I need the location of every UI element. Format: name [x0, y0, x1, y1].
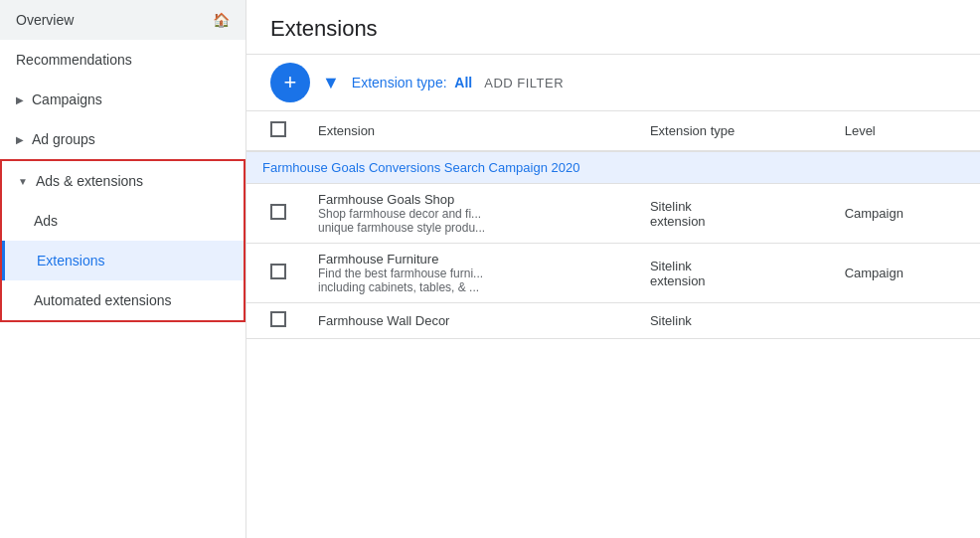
sidebar-item-recommendations[interactable]: Recommendations: [0, 40, 245, 80]
sidebar-item-adgroups[interactable]: ▶ Ad groups: [0, 119, 245, 159]
sidebar-item-ads-extensions[interactable]: ▼ Ads & extensions: [2, 161, 244, 201]
extension-type-cell: Sitelinkextension: [634, 184, 829, 244]
toolbar: + ▼ Extension type: All ADD FILTER: [246, 55, 980, 111]
select-all-checkbox[interactable]: [270, 121, 286, 137]
level-cell: Campaign: [829, 184, 980, 244]
campaign-group-label: Farmhouse Goals Conversions Search Campa…: [246, 151, 980, 184]
level-cell: [829, 303, 980, 339]
row-checkbox[interactable]: [270, 264, 286, 279]
extension-desc-1: Shop farmhouse decor and fi...: [318, 207, 618, 221]
campaign-group-row: Farmhouse Goals Conversions Search Campa…: [246, 151, 980, 184]
sidebar-item-label: Ad groups: [32, 131, 95, 147]
add-filter-button[interactable]: ADD FILTER: [484, 76, 564, 90]
table-header-row: Extension Extension type Level: [246, 111, 980, 151]
extension-type-cell: Sitelinkextension: [634, 244, 829, 303]
row-checkbox-cell: [246, 184, 302, 244]
sidebar-item-label: Automated extensions: [34, 292, 172, 308]
row-checkbox-cell: [246, 244, 302, 303]
extension-desc-2: including cabinets, tables, & ...: [318, 280, 618, 294]
add-button[interactable]: +: [270, 63, 310, 102]
page-header: Extensions: [246, 0, 980, 55]
table-row: Farmhouse Wall Decor Sitelink: [246, 303, 980, 339]
sidebar-item-label: Recommendations: [16, 52, 132, 68]
sidebar-item-campaigns[interactable]: ▶ Campaigns: [0, 80, 245, 119]
row-checkbox[interactable]: [270, 204, 286, 220]
header-level: Level: [829, 111, 980, 151]
sidebar-item-ads[interactable]: Ads: [2, 201, 244, 241]
table-wrapper: Extension Extension type Level Farmhouse…: [246, 111, 980, 538]
level-cell: Campaign: [829, 244, 980, 303]
extension-name: Farmhouse Goals Shop: [318, 192, 618, 207]
extension-name: Farmhouse Wall Decor: [318, 313, 618, 328]
sidebar-item-label: Campaigns: [32, 91, 102, 107]
extension-cell: Farmhouse Wall Decor: [302, 303, 634, 339]
header-checkbox-col: [246, 111, 302, 151]
filter-label[interactable]: Extension type: All: [352, 75, 472, 90]
sidebar: Overview 🏠 Recommendations ▶ Campaigns ▶…: [0, 0, 246, 538]
extension-cell: Farmhouse Furniture Find the best farmho…: [302, 244, 634, 303]
extension-cell: Farmhouse Goals Shop Shop farmhouse deco…: [302, 184, 634, 244]
sidebar-item-automated-extensions[interactable]: Automated extensions: [2, 280, 244, 320]
sidebar-item-label: Ads: [34, 213, 58, 229]
extension-type-cell: Sitelink: [634, 303, 829, 339]
main-content: Extensions + ▼ Extension type: All ADD F…: [246, 0, 980, 538]
header-extension: Extension: [302, 111, 634, 151]
sidebar-item-label: Ads & extensions: [36, 173, 143, 189]
header-extension-type: Extension type: [634, 111, 829, 151]
home-icon: 🏠: [213, 12, 230, 28]
sidebar-item-overview[interactable]: Overview 🏠: [0, 0, 245, 40]
sidebar-item-extensions[interactable]: Extensions: [2, 241, 244, 280]
table-row: Farmhouse Furniture Find the best farmho…: [246, 244, 980, 303]
chevron-right-icon: ▶: [16, 134, 24, 145]
ads-extensions-group: ▼ Ads & extensions Ads Extensions Automa…: [0, 159, 245, 322]
sidebar-item-label: Overview: [16, 12, 74, 28]
row-checkbox[interactable]: [270, 311, 286, 327]
extensions-table: Extension Extension type Level Farmhouse…: [246, 111, 980, 339]
table-row: Farmhouse Goals Shop Shop farmhouse deco…: [246, 184, 980, 244]
filter-icon[interactable]: ▼: [322, 73, 340, 93]
page-title: Extensions: [270, 16, 956, 42]
extension-desc-1: Find the best farmhouse furni...: [318, 267, 618, 280]
chevron-right-icon: ▶: [16, 94, 24, 105]
sidebar-item-label: Extensions: [37, 253, 104, 269]
row-checkbox-cell: [246, 303, 302, 339]
chevron-down-icon: ▼: [18, 176, 28, 187]
extension-desc-2: unique farmhouse style produ...: [318, 221, 618, 235]
extension-name: Farmhouse Furniture: [318, 252, 618, 267]
